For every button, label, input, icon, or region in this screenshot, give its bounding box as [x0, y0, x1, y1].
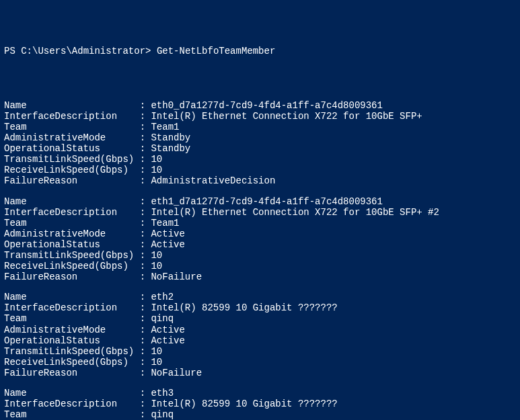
- property-row: Name : eth1_d7a1277d-7cd9-4fd4-a1ff-a7c4…: [4, 196, 516, 207]
- property-value: Active: [151, 228, 184, 239]
- property-separator: :: [140, 409, 151, 420]
- property-separator: :: [140, 196, 151, 207]
- property-key: FailureReason: [4, 175, 140, 186]
- property-value: 10: [151, 357, 162, 368]
- property-separator: :: [140, 302, 151, 313]
- property-row: TransmitLinkSpeed(Gbps) : 10: [4, 250, 516, 261]
- property-key: OperationalStatus: [4, 335, 140, 346]
- property-value: Intel(R) 82599 10 Gigabit ???????: [151, 398, 337, 409]
- property-value: eth3: [151, 388, 174, 398]
- prompt-prefix: PS: [4, 46, 21, 56]
- property-row: Team : Team1: [4, 218, 516, 228]
- property-key: InterfaceDescription: [4, 398, 140, 409]
- property-separator: :: [140, 357, 151, 368]
- property-separator: :: [140, 346, 151, 357]
- property-value: qinq: [151, 409, 174, 420]
- property-value: 10: [151, 250, 162, 261]
- property-row: InterfaceDescription : Intel(R) 82599 10…: [4, 302, 516, 313]
- property-separator: :: [140, 165, 151, 175]
- property-value: Active: [151, 325, 184, 335]
- property-row: OperationalStatus : Standby: [4, 143, 516, 154]
- property-row: Team : qinq: [4, 313, 516, 324]
- property-row: Name : eth2: [4, 292, 516, 302]
- property-row: FailureReason : NoFailure: [4, 368, 516, 378]
- property-key: TransmitLinkSpeed(Gbps): [4, 250, 140, 261]
- property-row: AdministrativeMode : Standby: [4, 132, 516, 143]
- prompt-line[interactable]: PS C:\Users\Administrator> Get-NetLbfoTe…: [4, 46, 516, 56]
- property-value: eth2: [151, 292, 174, 302]
- property-key: Name: [4, 388, 140, 398]
- team-member-block: Name : eth3InterfaceDescription : Intel(…: [4, 388, 516, 420]
- property-row: Team : qinq: [4, 409, 516, 420]
- property-key: InterfaceDescription: [4, 302, 140, 313]
- property-value: 10: [151, 346, 162, 357]
- property-key: OperationalStatus: [4, 143, 140, 154]
- property-row: ReceiveLinkSpeed(Gbps) : 10: [4, 165, 516, 175]
- property-key: ReceiveLinkSpeed(Gbps): [4, 165, 140, 175]
- property-separator: :: [140, 313, 151, 324]
- property-value: 10: [151, 261, 162, 271]
- property-key: AdministrativeMode: [4, 132, 140, 143]
- property-row: Name : eth3: [4, 388, 516, 398]
- property-key: OperationalStatus: [4, 239, 140, 250]
- property-key: Team: [4, 218, 140, 228]
- property-row: Team : Team1: [4, 122, 516, 132]
- property-row: AdministrativeMode : Active: [4, 228, 516, 239]
- property-key: FailureReason: [4, 271, 140, 282]
- property-row: TransmitLinkSpeed(Gbps) : 10: [4, 154, 516, 165]
- property-separator: :: [140, 292, 151, 302]
- property-key: Team: [4, 409, 140, 420]
- property-separator: :: [140, 122, 151, 132]
- property-separator: :: [140, 228, 151, 239]
- property-separator: :: [140, 368, 151, 378]
- property-key: Name: [4, 292, 140, 302]
- team-member-block: Name : eth2InterfaceDescription : Intel(…: [4, 292, 516, 378]
- property-value: Active: [151, 335, 184, 346]
- property-key: Name: [4, 196, 140, 207]
- property-value: Intel(R) 82599 10 Gigabit ???????: [151, 302, 337, 313]
- property-key: ReceiveLinkSpeed(Gbps): [4, 357, 140, 368]
- property-separator: :: [140, 132, 151, 143]
- property-separator: :: [140, 398, 151, 409]
- property-separator: :: [140, 111, 151, 122]
- property-value: Standby: [151, 143, 190, 154]
- property-separator: :: [140, 271, 151, 282]
- property-value: 10: [151, 154, 162, 165]
- property-key: Team: [4, 122, 140, 132]
- property-separator: :: [140, 143, 151, 154]
- property-separator: :: [140, 325, 151, 335]
- command-output: Name : eth0_d7a1277d-7cd9-4fd4-a1ff-a7c4…: [4, 100, 516, 420]
- property-value: Team1: [151, 122, 179, 132]
- property-key: AdministrativeMode: [4, 228, 140, 239]
- property-row: InterfaceDescription : Intel(R) Ethernet…: [4, 111, 516, 122]
- property-value: Intel(R) Ethernet Connection X722 for 10…: [151, 111, 422, 122]
- property-value: eth1_d7a1277d-7cd9-4fd4-a1ff-a7c4d800936…: [151, 196, 382, 207]
- property-row: AdministrativeMode : Active: [4, 325, 516, 335]
- property-value: Standby: [151, 132, 190, 143]
- property-separator: :: [140, 154, 151, 165]
- property-key: InterfaceDescription: [4, 207, 140, 218]
- property-row: InterfaceDescription : Intel(R) 82599 10…: [4, 398, 516, 409]
- property-value: NoFailure: [151, 271, 202, 282]
- property-key: TransmitLinkSpeed(Gbps): [4, 346, 140, 357]
- property-separator: :: [140, 261, 151, 271]
- property-row: OperationalStatus : Active: [4, 239, 516, 250]
- team-member-block: Name : eth0_d7a1277d-7cd9-4fd4-a1ff-a7c4…: [4, 100, 516, 187]
- property-key: AdministrativeMode: [4, 325, 140, 335]
- property-key: TransmitLinkSpeed(Gbps): [4, 154, 140, 165]
- property-value: eth0_d7a1277d-7cd9-4fd4-a1ff-a7c4d800936…: [151, 100, 382, 111]
- property-value: Active: [151, 239, 184, 250]
- property-separator: :: [140, 100, 151, 111]
- property-value: 10: [151, 165, 162, 175]
- property-value: AdministrativeDecision: [151, 175, 275, 186]
- property-separator: :: [140, 335, 151, 346]
- property-key: ReceiveLinkSpeed(Gbps): [4, 261, 140, 271]
- property-row: TransmitLinkSpeed(Gbps) : 10: [4, 346, 516, 357]
- property-row: FailureReason : NoFailure: [4, 271, 516, 282]
- property-row: OperationalStatus : Active: [4, 335, 516, 346]
- property-key: InterfaceDescription: [4, 111, 140, 122]
- property-value: Team1: [151, 218, 179, 228]
- property-value: NoFailure: [151, 368, 202, 378]
- property-row: ReceiveLinkSpeed(Gbps) : 10: [4, 261, 516, 271]
- property-row: FailureReason : AdministrativeDecision: [4, 175, 516, 186]
